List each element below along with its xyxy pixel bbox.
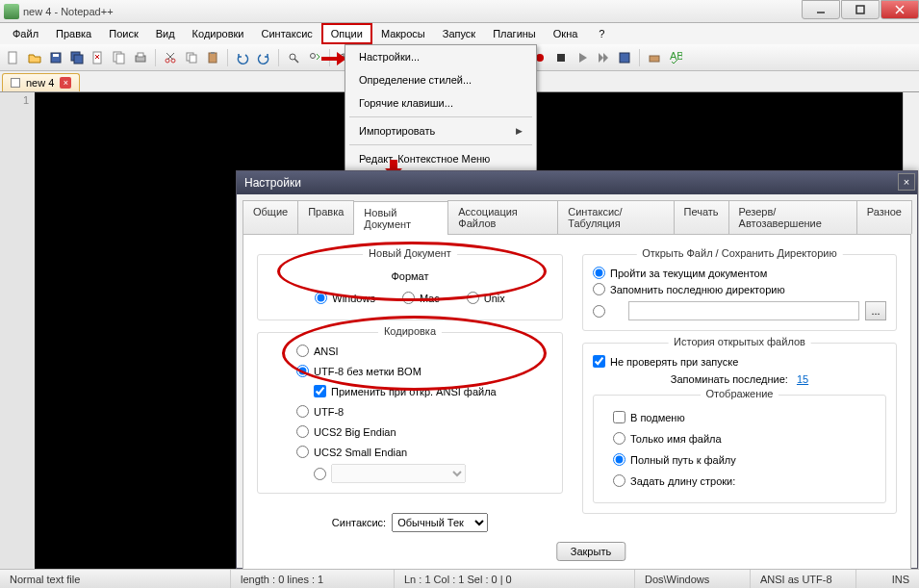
- minimize-button[interactable]: [802, 0, 840, 19]
- play-icon[interactable]: [573, 48, 592, 67]
- find-icon[interactable]: [284, 48, 303, 67]
- tab-print[interactable]: Печать: [674, 200, 729, 234]
- svg-rect-1: [856, 6, 864, 13]
- dir-input[interactable]: [628, 301, 859, 320]
- maximize-button[interactable]: [841, 0, 880, 19]
- app-icon: [4, 4, 19, 19]
- radio-name-only[interactable]: [613, 432, 625, 445]
- dd-hotkeys[interactable]: Горячие клавиши...: [345, 91, 536, 115]
- closeall-icon[interactable]: [110, 48, 129, 67]
- dialog-title: Настройки: [237, 171, 917, 194]
- svg-rect-23: [211, 52, 215, 54]
- menu-run[interactable]: Запуск: [434, 24, 484, 43]
- print-icon[interactable]: [131, 48, 150, 67]
- menu-edit[interactable]: Правка: [47, 24, 100, 43]
- close-button[interactable]: Закрыть: [556, 542, 625, 561]
- closefile-icon[interactable]: [89, 48, 108, 67]
- group-display: Отображение В подменю Только имя файла П…: [593, 395, 886, 503]
- svg-text:ABC: ABC: [670, 51, 682, 62]
- new-icon[interactable]: [4, 48, 23, 67]
- dialog-close-icon[interactable]: ×: [898, 173, 915, 191]
- tab-label: new 4: [26, 77, 54, 89]
- radio-ucs2le[interactable]: [296, 446, 309, 458]
- stop-icon[interactable]: [551, 48, 571, 67]
- dd-import[interactable]: Импортировать▶: [345, 119, 536, 142]
- save-icon[interactable]: [46, 48, 65, 67]
- copy-icon[interactable]: [182, 48, 201, 67]
- remember-count[interactable]: 15: [797, 373, 808, 385]
- group-title: Кодировка: [378, 325, 442, 337]
- radio-remember-dir[interactable]: [593, 283, 605, 295]
- cut-icon[interactable]: [161, 48, 180, 67]
- menu-encoding[interactable]: Кодировки: [184, 24, 253, 43]
- savem-icon[interactable]: [615, 48, 634, 67]
- syntax-select[interactable]: Обычный Тек: [392, 513, 488, 532]
- radio-set-length[interactable]: [613, 474, 625, 487]
- status-ins: INS: [856, 570, 919, 588]
- svg-rect-6: [53, 54, 59, 57]
- browse-button[interactable]: ...: [865, 301, 886, 320]
- radio-windows[interactable]: [315, 292, 327, 304]
- radio-full-path[interactable]: [613, 453, 625, 466]
- check-apply-ansi[interactable]: [314, 385, 326, 397]
- line-number: 1: [0, 94, 29, 106]
- check-no-verify[interactable]: [593, 355, 605, 368]
- tab-close-icon[interactable]: ×: [60, 77, 71, 89]
- radio-utf8[interactable]: [296, 405, 309, 418]
- radio-utf8-bom[interactable]: [296, 365, 309, 377]
- radio-unix[interactable]: [467, 292, 479, 304]
- menu-help[interactable]: ?: [590, 24, 613, 43]
- document-tab[interactable]: new 4 ×: [2, 73, 80, 91]
- tab-general[interactable]: Общие: [243, 200, 298, 234]
- group-encoding: Кодировка ANSI UTF-8 без метки BOM Приме…: [257, 332, 563, 494]
- radio-custom-dir[interactable]: [593, 305, 605, 318]
- options-dropdown: Настройки... Определение стилей... Горяч…: [345, 44, 537, 171]
- tab-misc[interactable]: Разное: [856, 200, 912, 234]
- menu-macros[interactable]: Макросы: [372, 24, 434, 43]
- close-button[interactable]: [881, 0, 919, 19]
- menu-syntax[interactable]: Синтаксис: [253, 24, 321, 43]
- status-os: Dos\Windows: [635, 570, 751, 588]
- menu-view[interactable]: Вид: [147, 24, 184, 43]
- menu-search[interactable]: Поиск: [100, 24, 146, 43]
- menu-windows[interactable]: Окна: [545, 24, 587, 43]
- tab-file-assoc[interactable]: Ассоциация Файлов: [447, 200, 558, 234]
- spell-icon[interactable]: ABC: [666, 48, 685, 67]
- undo-icon[interactable]: [233, 48, 252, 67]
- check-submenu[interactable]: [613, 411, 625, 423]
- tab-backup[interactable]: Резерв/Автозавершение: [728, 200, 857, 234]
- submenu-arrow-icon: ▶: [516, 126, 523, 136]
- menu-plugins[interactable]: Плагины: [484, 24, 545, 43]
- svg-rect-8: [74, 55, 83, 64]
- svg-rect-15: [138, 53, 143, 57]
- saveall-icon[interactable]: [67, 48, 87, 67]
- svg-rect-44: [650, 56, 659, 62]
- open-icon[interactable]: [25, 48, 44, 67]
- radio-ansi[interactable]: [296, 345, 309, 357]
- tab-new-document[interactable]: Новый Документ: [353, 201, 448, 235]
- radio-follow-doc[interactable]: [593, 267, 605, 279]
- redo-icon[interactable]: [254, 48, 273, 67]
- svg-rect-43: [620, 53, 629, 63]
- menu-file[interactable]: Файл: [4, 24, 47, 43]
- status-pos: Ln : 1 Col : 1 Sel : 0 | 0: [395, 570, 635, 588]
- group-title: Открыть Файл / Сохранить Директорию: [636, 247, 843, 259]
- paste-icon[interactable]: [203, 48, 222, 67]
- status-length: length : 0 lines : 1: [231, 570, 395, 588]
- dd-context-menu[interactable]: Редакт. Контекстное Меню: [345, 147, 536, 170]
- tab-syntax-tab[interactable]: Синтаксис/Табуляция: [557, 200, 674, 234]
- menu-options[interactable]: Опции: [321, 23, 372, 44]
- dialog-tabs: Общие Правка Новый Документ Ассоциация Ф…: [243, 200, 911, 235]
- radio-mac[interactable]: [402, 292, 415, 304]
- group-open-save: Открыть Файл / Сохранить Директорию Прой…: [582, 254, 897, 331]
- encoding-select[interactable]: [331, 464, 466, 483]
- playmulti-icon[interactable]: [594, 48, 613, 67]
- dd-preferences[interactable]: Настройки...: [345, 45, 536, 68]
- dd-styles[interactable]: Определение стилей...: [345, 68, 536, 91]
- preferences-dialog: Настройки × Общие Правка Новый Документ …: [236, 170, 918, 569]
- radio-enc-custom[interactable]: [314, 468, 326, 480]
- print2-icon[interactable]: [645, 48, 664, 67]
- status-enc: ANSI as UTF-8: [751, 570, 856, 588]
- tab-edit[interactable]: Правка: [297, 200, 354, 234]
- radio-ucs2be[interactable]: [296, 425, 309, 438]
